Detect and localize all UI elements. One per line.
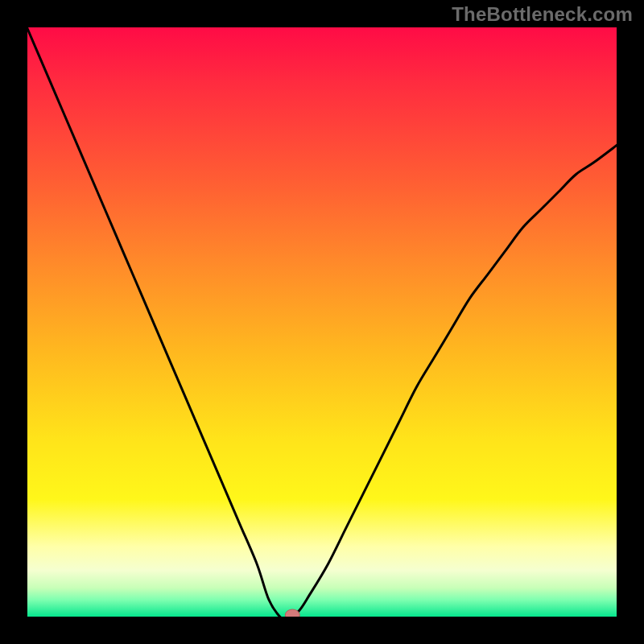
plot-background [27, 27, 617, 617]
bottleneck-chart [0, 0, 644, 644]
watermark-text: TheBottleneck.com [452, 3, 633, 26]
chart-frame: TheBottleneck.com [0, 0, 644, 644]
